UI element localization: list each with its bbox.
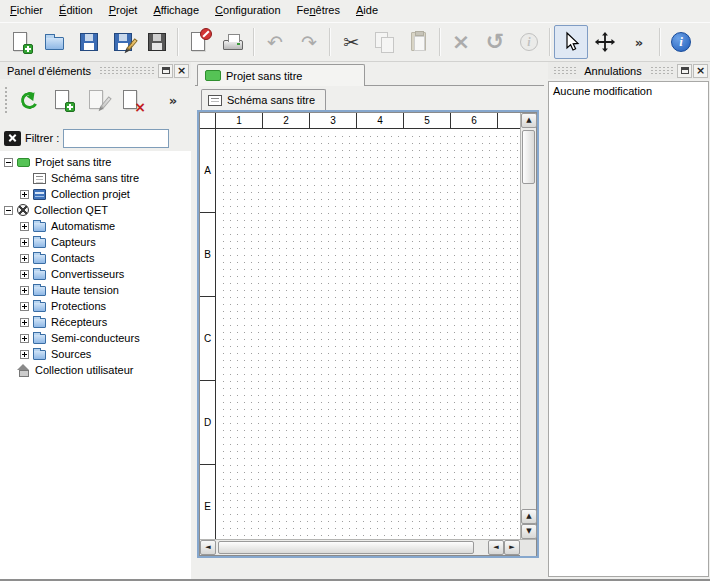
vertical-scrollbar[interactable]: ▲ ▲ ▼ [520,113,536,539]
toolbar-separator [329,28,331,56]
tree-item[interactable]: Semi-conducteurs [0,330,191,346]
hscroll-thumb[interactable] [218,541,474,554]
scroll-left-button-2[interactable]: ◄ [488,540,504,555]
panel-overflow-button[interactable]: » [157,84,189,116]
filter-input[interactable] [63,129,169,148]
redo-button[interactable]: ↷ [292,25,326,59]
vscroll-thumb[interactable] [522,130,535,184]
tree-expander[interactable] [20,286,29,295]
undo-button[interactable]: ↶ [258,25,292,59]
arrow-right-icon: ► [509,544,514,551]
edit-element-button[interactable] [81,84,113,116]
undo-history-list[interactable]: Aucune modification [548,81,709,577]
tree-item[interactable]: Récepteurs [0,314,191,330]
paste-button[interactable] [402,25,436,59]
close-panel-button[interactable]: × [174,64,189,78]
tree-expander[interactable] [4,206,13,215]
toolbar-grip[interactable] [4,86,9,114]
float-panel-button[interactable] [158,64,173,78]
row-header: E [200,465,216,539]
tree-expander[interactable] [20,190,29,199]
element-info-button[interactable]: i [512,25,546,59]
menu-item[interactable]: Affichage [145,0,207,22]
dock-grip[interactable] [553,66,576,75]
tree-expander[interactable] [4,158,13,167]
copy-icon [373,30,397,54]
menu-item[interactable]: Fenêtres [289,0,348,22]
tree-expander[interactable] [20,270,29,279]
menu-item[interactable]: Édition [51,0,101,22]
toolbar-overflow-button-2[interactable]: » [698,25,710,59]
save-all-button[interactable] [140,25,174,59]
tree-item-icon [17,204,29,216]
print-button[interactable] [216,25,250,59]
tree-item[interactable]: Collection projet [0,186,191,202]
tree-item-label: Capteurs [51,236,96,248]
dock-grip[interactable] [99,66,154,75]
cut-button[interactable]: ✂ [334,25,368,59]
scroll-left-button[interactable]: ◄ [200,540,216,555]
tree-item[interactable]: Protections [0,298,191,314]
menu-item[interactable]: Projet [101,0,146,22]
tree-item[interactable]: Capteurs [0,234,191,250]
save-button[interactable] [72,25,106,59]
vscroll-track[interactable] [521,128,536,509]
horizontal-scrollbar[interactable]: ◄ ◄ ► [200,540,520,555]
tree-item[interactable]: Convertisseurs [0,266,191,282]
tree-expander[interactable] [20,318,29,327]
tree-expander[interactable] [20,302,29,311]
tab-schema[interactable]: Schéma sans titre [201,89,326,110]
tree-expander[interactable] [20,350,29,359]
menu-item[interactable]: Configuration [207,0,288,22]
menu-item[interactable]: Fichier [2,0,51,22]
tree-expander[interactable] [20,254,29,263]
new-project-button[interactable] [4,25,38,59]
tree-item[interactable]: Schéma sans titre [0,170,191,186]
scroll-up-button-2[interactable]: ▲ [521,509,537,524]
tab-project[interactable]: Projet sans titre [197,64,365,86]
reload-collections-button[interactable] [13,84,45,116]
pan-tool-button[interactable] [588,25,622,59]
new-document-icon [9,30,33,54]
rotate-button[interactable]: ↺ [478,25,512,59]
tree-item[interactable]: Haute tension [0,282,191,298]
tree-item-icon [33,270,46,280]
tree-item[interactable]: Contacts [0,250,191,266]
refresh-icon [19,90,40,111]
dock-grip[interactable] [650,66,673,75]
tree-expander[interactable] [20,222,29,231]
tree-expander[interactable] [20,334,29,343]
toolbar-overflow-button[interactable]: » [622,25,656,59]
diagram-grid[interactable] [217,130,520,539]
scroll-down-button[interactable]: ▼ [521,524,537,539]
row-header: A [200,129,216,213]
tree-item[interactable]: Automatisme [0,218,191,234]
delete-button[interactable]: × [444,25,478,59]
scroll-right-button[interactable]: ► [504,540,520,555]
hscroll-track[interactable] [216,540,488,555]
menu-item[interactable]: Aide [348,0,386,22]
delete-element-button[interactable]: × [115,84,147,116]
tree-item[interactable]: Sources [0,346,191,362]
new-element-button[interactable] [47,84,79,116]
diagram-scrollarea: 1 2 3 4 5 [199,112,537,556]
tree-item[interactable]: Collection QET [0,202,191,218]
tree-expander[interactable] [20,238,29,247]
save-as-button[interactable] [106,25,140,59]
float-panel-button[interactable] [677,64,692,78]
tree-item[interactable]: Collection utilisateur [0,362,191,378]
open-project-button[interactable] [38,25,72,59]
undo-panel-header[interactable]: Annulations × [548,62,710,79]
close-file-button[interactable] [182,25,216,59]
diagram-canvas[interactable]: 1 2 3 4 5 [200,113,520,539]
close-panel-button[interactable]: × [693,64,708,78]
tree-item[interactable]: Projet sans titre [0,154,191,170]
about-button[interactable]: i [664,25,698,59]
clear-filter-icon[interactable] [4,131,21,146]
row-header: D [200,381,216,465]
select-tool-button[interactable] [554,25,588,59]
copy-button[interactable] [368,25,402,59]
scroll-up-button[interactable]: ▲ [521,113,537,128]
elements-panel-header[interactable]: Panel d'éléments × [0,62,191,79]
delete-icon: × [452,31,470,53]
